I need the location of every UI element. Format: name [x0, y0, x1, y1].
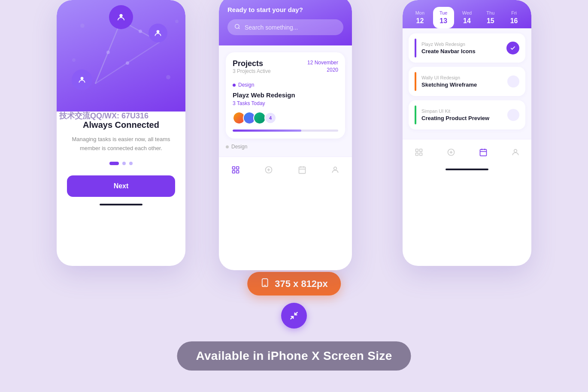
center-bottom-nav: [219, 157, 352, 183]
right-nav-profile[interactable]: [508, 145, 523, 160]
day-num-mon: 12: [411, 17, 429, 25]
task-name-3: Creating Product Preview: [421, 115, 502, 121]
svg-rect-27: [419, 149, 422, 152]
avatar-count: 4: [264, 112, 276, 124]
task-card-1: Playz Web Redesign Create Navbar Icons: [409, 33, 525, 63]
day-num-wed: 14: [458, 17, 476, 25]
badge-label: Design: [238, 82, 254, 88]
cal-day-tue[interactable]: Tue 13: [433, 7, 454, 28]
svg-rect-33: [480, 149, 486, 156]
pagination-dots: [109, 162, 133, 165]
svg-point-6: [80, 24, 85, 28]
always-connected-title: Always Connected: [83, 120, 159, 130]
progress-fill: [233, 130, 301, 132]
svg-point-10: [119, 14, 122, 17]
user-icon-top: [116, 12, 126, 22]
right-nav-grid[interactable]: [411, 145, 427, 160]
project-name: Playz Web Redesign: [233, 91, 338, 99]
user-icon-bottom: [78, 75, 86, 84]
task-project-3: Simpan UI Kit: [421, 109, 502, 114]
svg-rect-26: [415, 149, 418, 152]
right-nav-add[interactable]: [443, 145, 459, 160]
svg-rect-15: [236, 167, 239, 169]
dot-1: [109, 162, 119, 165]
dot-3: [129, 162, 133, 165]
svg-point-8: [72, 58, 76, 62]
project-tasks: 3 Tasks Today: [233, 100, 338, 106]
progress-bar: [233, 130, 338, 132]
project-date: 12 November2020: [307, 59, 338, 74]
cal-day-fri[interactable]: Fri 16: [503, 7, 524, 28]
svg-rect-21: [299, 167, 305, 173]
phone-icon: [260, 278, 270, 289]
right-bottom-nav: [403, 139, 531, 165]
phone-left: Always Connected Managing tasks is easie…: [57, 0, 185, 266]
phone-left-body: Always Connected Managing tasks is easie…: [57, 112, 185, 214]
svg-point-5: [126, 61, 129, 65]
svg-point-4: [106, 51, 110, 54]
task-name-2: Sketching Wireframe: [421, 81, 502, 88]
user-icon-right: [154, 29, 162, 37]
svg-point-9: [175, 20, 179, 23]
size-text: 375 x 812px: [275, 278, 328, 289]
cal-day-wed[interactable]: Wed 14: [457, 7, 478, 28]
second-badge-label: Design: [231, 144, 247, 150]
badge-dot: [233, 84, 236, 87]
svg-rect-16: [232, 171, 235, 173]
nav-grid[interactable]: [228, 162, 243, 178]
svg-point-11: [157, 30, 160, 33]
day-name-mon: Mon: [411, 10, 429, 15]
design-badge: Design: [233, 82, 338, 88]
home-indicator-right: [446, 169, 488, 170]
day-name-thu: Thu: [482, 10, 499, 15]
available-badge: Available in iPhone X Screen Size: [177, 341, 411, 371]
svg-point-13: [235, 24, 239, 28]
task-name-1: Create Navbar Icons: [421, 48, 501, 54]
svg-rect-29: [419, 153, 422, 156]
available-text: Available in iPhone X Screen Size: [196, 349, 392, 362]
task-toggle-1[interactable]: [506, 42, 519, 54]
home-indicator-left: [100, 204, 142, 205]
task-info-2: Wally UI Redesign Sketching Wireframe: [421, 75, 502, 88]
right-nav-calendar[interactable]: [476, 145, 491, 160]
size-badge: 375 x 812px: [247, 272, 341, 296]
node-bottom: [72, 69, 92, 90]
task-card-2: Wally UI Redesign Sketching Wireframe: [409, 67, 525, 96]
calendar-days: Mon 12 Tue 13 Wed 14 Thu 15 Fri 16: [409, 7, 524, 28]
svg-point-25: [334, 167, 337, 170]
svg-rect-14: [232, 167, 235, 169]
nav-profile[interactable]: [327, 162, 343, 178]
phone-left-header: [57, 0, 185, 112]
badge-dot-gray: [226, 145, 229, 148]
node-right: [149, 24, 167, 42]
nav-calendar[interactable]: [294, 162, 310, 178]
day-name-fri: Fri: [505, 10, 523, 15]
task-toggle-2[interactable]: [507, 75, 519, 87]
task-toggle-3[interactable]: [507, 109, 519, 121]
project-card: Projects 3 Projects Active 12 November20…: [226, 52, 345, 139]
next-button[interactable]: Next: [67, 175, 175, 197]
nav-add[interactable]: [261, 162, 276, 178]
projects-title: Projects: [233, 59, 271, 68]
search-icon: [234, 24, 240, 31]
always-connected-subtitle: Managing tasks is easier now, all teams …: [67, 135, 175, 153]
cal-day-thu[interactable]: Thu 15: [480, 7, 501, 28]
center-body: Projects 3 Projects Active 12 November20…: [219, 45, 352, 157]
cal-day-mon[interactable]: Mon 12: [409, 7, 430, 28]
right-body: Playz Web Redesign Create Navbar Icons W…: [403, 28, 531, 139]
day-name-wed: Wed: [458, 10, 476, 15]
svg-rect-17: [236, 171, 239, 173]
node-top: [109, 5, 133, 29]
compress-button[interactable]: [281, 303, 307, 329]
task-bar-1: [415, 39, 416, 57]
task-project-2: Wally UI Redesign: [421, 75, 502, 80]
search-bar[interactable]: Search something...: [227, 19, 343, 35]
greeting-text: Ready to start your day?: [227, 6, 343, 13]
right-top: Mon 12 Tue 13 Wed 14 Thu 15 Fri 16: [403, 0, 531, 28]
task-bar-2: [415, 72, 416, 91]
svg-point-7: [166, 75, 170, 79]
center-top: Ready to start your day? Search somethin…: [219, 0, 352, 45]
svg-point-3: [139, 30, 142, 33]
svg-point-37: [514, 149, 517, 152]
projects-sub: 3 Projects Active: [233, 68, 271, 74]
